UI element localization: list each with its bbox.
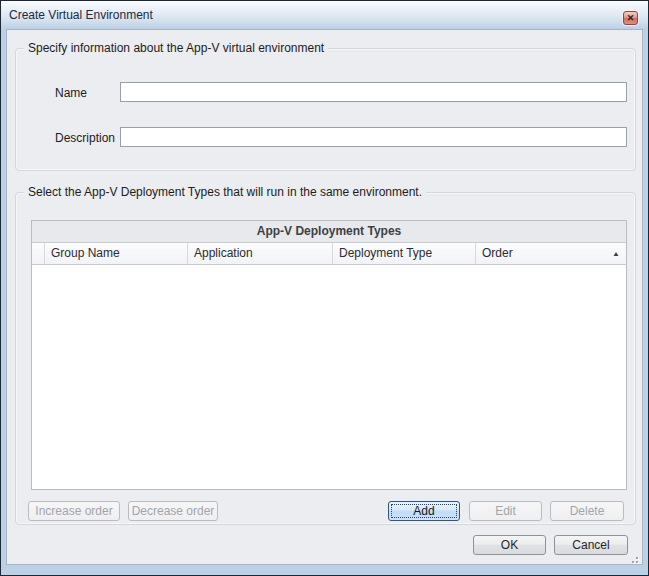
deployment-table-body[interactable] [32,265,626,489]
titlebar[interactable]: Create Virtual Environment ✕ [1,1,648,29]
info-groupbox-label: Specify information about the App-V virt… [24,41,328,55]
column-header-order-label: Order [482,243,513,264]
create-virtual-environment-dialog: Create Virtual Environment ✕ Specify inf… [0,0,649,576]
column-header-order[interactable]: Order ▲ [476,243,626,264]
name-label: Name [55,86,87,100]
column-header-deployment-type[interactable]: Deployment Type [333,243,476,264]
description-input[interactable] [120,127,627,147]
deployment-groupbox-label: Select the App-V Deployment Types that w… [24,185,426,199]
description-label: Description [55,131,115,145]
close-icon: ✕ [627,13,635,23]
delete-button[interactable]: Delete [550,501,624,521]
ok-button[interactable]: OK [473,535,546,555]
edit-button[interactable]: Edit [469,501,542,521]
decrease-order-button[interactable]: Decrease order [128,501,218,521]
deployment-groupbox: Select the App-V Deployment Types that w… [15,192,636,525]
column-header-group-name[interactable]: Group Name [45,243,188,264]
table-title: App-V Deployment Types [32,221,626,243]
info-groupbox: Specify information about the App-V virt… [15,48,636,171]
increase-order-button[interactable]: Increase order [28,501,120,521]
table-header-row: Group Name Application Deployment Type O… [32,243,626,265]
close-button[interactable]: ✕ [623,11,638,25]
cancel-button[interactable]: Cancel [554,535,628,555]
column-header-application[interactable]: Application [188,243,333,264]
deployment-types-table: App-V Deployment Types Group Name Applic… [31,220,627,490]
sort-ascending-icon: ▲ [612,250,620,257]
name-input[interactable] [120,82,627,102]
dialog-body: Specify information about the App-V virt… [6,29,643,565]
resize-grip-icon[interactable] [628,553,639,564]
window-title: Create Virtual Environment [9,8,153,22]
add-button[interactable]: Add [388,501,460,521]
column-header-blank[interactable] [32,243,45,264]
